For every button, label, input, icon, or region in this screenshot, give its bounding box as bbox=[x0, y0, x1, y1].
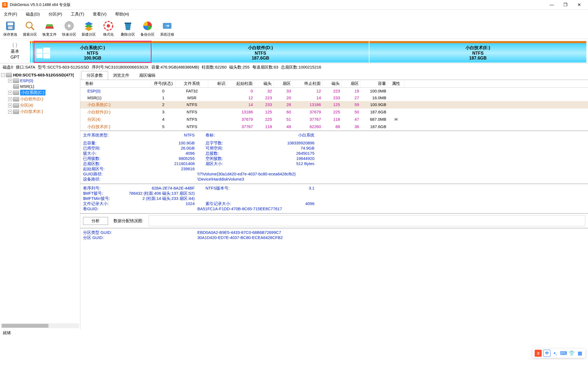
partition-slice[interactable]: 小白系统(C:)NTFS100.9GB bbox=[34, 41, 151, 63]
grid-row[interactable]: ESP(0)0FAT32032331222319100.0MB bbox=[80, 88, 588, 94]
ime-punct-icon[interactable]: •, bbox=[552, 350, 559, 356]
menu-view[interactable]: 查看(V) bbox=[91, 11, 108, 18]
expand-icon[interactable]: + bbox=[8, 104, 12, 107]
statusbar: 就绪 bbox=[0, 329, 588, 336]
window-title: DiskGenius V5.5.0.1488 x64 专业版 bbox=[10, 2, 545, 7]
detail-row: 设备路径:\Device\HarddiskVolume3 bbox=[83, 177, 585, 182]
collapse-icon[interactable]: − bbox=[1, 73, 5, 77]
tree-item-label: 小白系统(C:) bbox=[20, 90, 45, 95]
disk-tree: − HD0:SCCTS-603-512GSSD(477( +ESP(0)+MSR… bbox=[0, 71, 80, 329]
menu-tools[interactable]: 工具(T) bbox=[69, 11, 86, 18]
svg-point-6 bbox=[68, 24, 71, 27]
grid-row[interactable]: 小白技术(E:)5NTFS3776711848622608836187.6GB bbox=[80, 123, 588, 131]
partition-slice-small[interactable] bbox=[30, 41, 31, 63]
tree-root[interactable]: − HD0:SCCTS-603-512GSSD(477( bbox=[1, 72, 79, 78]
menubar: 文件(F) 磁盘(D) 分区(P) 工具(T) 查看(V) 帮助(H) bbox=[0, 10, 588, 18]
detail-row: GUID路径:\\?\Volume{30a1d420-ed7e-4037-bc8… bbox=[83, 172, 585, 177]
partition-icon bbox=[13, 97, 19, 101]
grid-row[interactable]: 小白系统(C:)2NTFS14233281318612559100.9GB bbox=[80, 101, 588, 108]
tab-partition-params[interactable]: 分区参数 bbox=[81, 71, 108, 80]
tree-item[interactable]: +分区(4) bbox=[1, 102, 79, 108]
tab-browse-files[interactable]: 浏览文件 bbox=[108, 71, 134, 80]
detail-row: 文件记录大小:1024索引记录大小:4096 bbox=[83, 201, 585, 206]
svg-rect-1 bbox=[8, 23, 13, 25]
analyze-button[interactable]: 分析 bbox=[83, 217, 108, 225]
detail-row: 卷GUID:BA51FC1A-F1DD-470B-8C65-715EE8C776… bbox=[83, 206, 585, 212]
detail-row: 已用簇数:6805255空闲簇数:19644920 bbox=[83, 156, 585, 161]
tab-sector-edit[interactable]: 扇区编辑 bbox=[134, 71, 160, 80]
ime-lang-button[interactable]: 中 bbox=[543, 350, 550, 357]
disk-icon bbox=[6, 73, 12, 77]
tree-item-label: 小白软件(D:) bbox=[20, 97, 43, 102]
windows-logo-icon bbox=[36, 48, 50, 58]
ime-toolbox-icon[interactable]: ▦ bbox=[577, 350, 583, 356]
tree-item[interactable]: +小白技术(E:) bbox=[1, 108, 79, 115]
floppy-icon bbox=[5, 20, 16, 31]
disk-type-indicator: ⟨ ⟩ 基本 GPT bbox=[0, 39, 30, 63]
disk-map: ⟨ ⟩ 基本 GPT 小白系统(C:)NTFS100.9GB小白软件(D:)NT… bbox=[0, 39, 588, 63]
analyze-row: 分析 数据分配情况图: bbox=[80, 213, 588, 228]
expand-icon[interactable]: + bbox=[8, 91, 12, 95]
grid-row[interactable]: 小白软件(D:)3NTFS13186125603767922550187.6GB bbox=[80, 108, 588, 116]
toolbar-quick-partition[interactable]: 快速分区 bbox=[61, 19, 77, 38]
detail-row: 卷序列号:628A-2E74-8A2E-44BFNTFS版本号:3.1 bbox=[83, 186, 585, 191]
toolbar-recover-files[interactable]: 恢复文件 bbox=[41, 19, 58, 38]
toolbar-format[interactable]: 格式化 bbox=[100, 19, 117, 38]
partition-details: 文件系统类型:NTFS卷标:小白系统总容量:100.9GB总字节数:108339… bbox=[80, 131, 588, 329]
svg-rect-14 bbox=[36, 54, 42, 58]
grid-row[interactable]: 分区(4)4NTFS37679225513776711847687.0MBH bbox=[80, 116, 588, 123]
detail-row: 文件系统类型:NTFS卷标:小白系统 bbox=[83, 133, 585, 138]
detail-row: 分区类型 GUID:EBD0A0A2-B9E5-4433-87C0-68B6B7… bbox=[83, 230, 585, 235]
minimize-button[interactable]: — bbox=[545, 0, 559, 10]
ime-toolbar[interactable]: S 中 •, ⌨ 👕 ▦ bbox=[532, 349, 585, 358]
partition-slice-small[interactable] bbox=[32, 41, 33, 63]
partition-icon bbox=[13, 79, 19, 83]
maximize-button[interactable]: ❐ bbox=[559, 0, 572, 10]
menu-disk[interactable]: 磁盘(D) bbox=[24, 11, 41, 18]
svg-rect-15 bbox=[43, 54, 50, 58]
pie-icon bbox=[142, 20, 153, 31]
ime-keyboard-icon[interactable]: ⌨ bbox=[560, 350, 567, 356]
menu-partition[interactable]: 分区(P) bbox=[47, 11, 64, 18]
grid-row[interactable]: MSR(1)1MSR1222320142332716.0MB bbox=[80, 94, 588, 101]
layers-icon bbox=[83, 20, 94, 31]
partition-slice[interactable]: 小白技术(E:)NTFS187.6GB bbox=[369, 41, 586, 63]
toolbar-save-changes[interactable]: 保存更改 bbox=[2, 19, 19, 38]
menu-file[interactable]: 文件(F) bbox=[2, 11, 19, 18]
toolbar-system-migrate[interactable]: 系统迁移 bbox=[159, 19, 175, 38]
format-icon bbox=[103, 20, 114, 31]
svg-line-4 bbox=[31, 27, 34, 30]
tree-item[interactable]: +MSR(1) bbox=[1, 83, 79, 89]
menu-help[interactable]: 帮助(H) bbox=[114, 11, 131, 18]
toolbar-search-partition[interactable]: 搜索分区 bbox=[22, 19, 38, 38]
tree-item[interactable]: +小白系统(C:) bbox=[1, 89, 79, 96]
partition-icon bbox=[13, 103, 19, 108]
partition-grid: 卷标 序号(状态) 文件系统 标识 起始柱面 磁头 扇区 终止柱面 磁头 扇区 … bbox=[80, 80, 588, 131]
ime-skin-icon[interactable]: 👕 bbox=[568, 350, 575, 356]
ime-logo-icon: S bbox=[535, 350, 542, 357]
tree-scrollbar[interactable] bbox=[1, 323, 79, 328]
partition-slice[interactable]: 小白软件(D:)NTFS187.6GB bbox=[152, 41, 369, 63]
expand-icon[interactable]: + bbox=[8, 79, 12, 83]
tabs: 分区参数 浏览文件 扇区编辑 bbox=[80, 71, 588, 80]
tree-item-label: MSR(1) bbox=[20, 84, 34, 89]
toolbar-delete-partition[interactable]: 删除分区 bbox=[120, 19, 136, 38]
migrate-icon bbox=[162, 20, 173, 31]
nav-arrows-icon[interactable]: ⟨ ⟩ bbox=[12, 42, 17, 48]
tree-item[interactable]: +小白软件(D:) bbox=[1, 96, 79, 102]
magnifier-icon bbox=[24, 20, 35, 31]
toolbar: 保存更改 搜索分区 恢复文件 快速分区 新建分区 格式化 删除分区 备份分区 系… bbox=[0, 18, 588, 39]
close-button[interactable]: ✕ bbox=[572, 0, 586, 10]
titlebar: DiskGenius V5.5.0.1488 x64 专业版 — ❐ ✕ bbox=[0, 0, 588, 10]
disc-icon bbox=[64, 20, 75, 31]
svg-rect-2 bbox=[8, 26, 13, 29]
toolbar-backup-partition[interactable]: 备份分区 bbox=[139, 19, 156, 38]
detail-row: 已用空间:26.0GB可用空间:74.9GB bbox=[83, 146, 585, 151]
expand-icon[interactable]: + bbox=[8, 97, 12, 101]
trash-icon bbox=[122, 20, 133, 31]
tree-item[interactable]: +ESP(0) bbox=[1, 78, 79, 83]
toolbar-new-partition[interactable]: 新建分区 bbox=[81, 19, 97, 38]
expand-icon[interactable]: + bbox=[8, 110, 12, 114]
partition-icon bbox=[13, 84, 19, 89]
svg-point-8 bbox=[107, 24, 110, 27]
